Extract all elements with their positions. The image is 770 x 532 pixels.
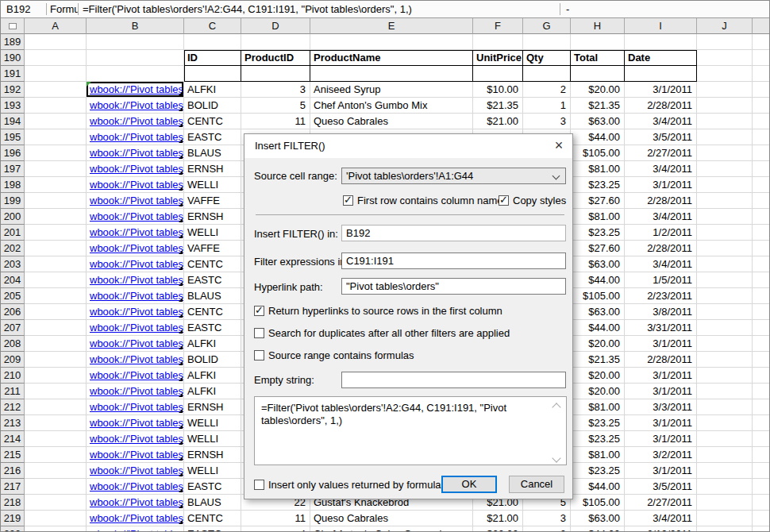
grid-cell-F193[interactable]: $21.35 (473, 98, 523, 114)
col-unitprice-header-cell[interactable]: UnitPrice (473, 50, 523, 66)
grid-cell-C211[interactable]: ALFKI (184, 384, 241, 399)
grid-cell-I197[interactable]: 3/4/2011 (625, 161, 697, 177)
grid-cell-H189[interactable] (571, 34, 625, 50)
grid-cell-H206[interactable]: $63.00 (571, 304, 625, 320)
grid-cell-I217[interactable]: 3/5/2011 (625, 479, 697, 495)
grid-cell-E193[interactable]: Chef Anton's Gumbo Mix (310, 98, 473, 114)
grid-cell-H209[interactable]: $21.35 (571, 352, 625, 368)
grid-cell-F189[interactable] (473, 34, 523, 50)
grid-cell-A220[interactable] (25, 526, 87, 532)
col-header-F[interactable]: F (473, 18, 523, 34)
grid-cell-C207[interactable]: EASTC (184, 320, 241, 336)
grid-cell-J192[interactable] (697, 82, 753, 98)
grid-cell-B207[interactable]: wbook://'Pivot tables' (87, 320, 184, 336)
grid-cell-H201[interactable]: $23.25 (571, 225, 625, 241)
row-header-198[interactable]: 198 (1, 177, 25, 193)
filter-expression-cell-E191[interactable] (310, 66, 473, 82)
grid-cell-J205[interactable] (697, 288, 753, 304)
grid-cell-C205[interactable]: BLAUS (184, 288, 241, 304)
grid-cell-C201[interactable]: WELLI (184, 225, 241, 241)
grid-cell-C216[interactable]: WELLI (184, 463, 241, 479)
grid-cell-H216[interactable]: $23.25 (571, 463, 625, 479)
source-row-hyperlink[interactable]: wbook://'Pivot tables' (90, 83, 184, 95)
return-hyperlinks-checkbox[interactable]: ✓ Return hyperlinks to source rows in th… (254, 305, 502, 317)
grid-cell-D194[interactable]: 11 (241, 114, 310, 129)
col-header-I[interactable]: I (625, 18, 697, 34)
grid-cell-B220[interactable]: wbook://'Pivot tables' (87, 526, 184, 532)
source-row-hyperlink[interactable]: wbook://'Pivot tables' (90, 258, 184, 270)
grid-cell-clipped-204[interactable] (753, 272, 770, 288)
source-row-hyperlink[interactable]: wbook://'Pivot tables' (90, 274, 184, 286)
grid-cell-C206[interactable]: CENTC (184, 304, 241, 320)
grid-cell-H207[interactable]: $44.00 (571, 320, 625, 336)
row-header-202[interactable]: 202 (1, 241, 25, 256)
grid-cell-A194[interactable] (25, 114, 87, 129)
grid-cell-C198[interactable]: WELLI (184, 177, 241, 193)
grid-cell-clipped-206[interactable] (753, 304, 770, 320)
grid-cell-B217[interactable]: wbook://'Pivot tables' (87, 479, 184, 495)
row-header-195[interactable]: 195 (1, 129, 25, 145)
grid-cell-F192[interactable]: $10.00 (473, 82, 523, 98)
source-row-hyperlink[interactable]: wbook://'Pivot tables' (90, 226, 184, 238)
grid-cell-I199[interactable]: 2/28/2011 (625, 193, 697, 209)
grid-cell-H214[interactable]: $23.25 (571, 431, 625, 447)
grid-cell-G193[interactable]: 1 (523, 98, 571, 114)
hyperlink-path-field[interactable]: "Pivot tables\orders" (341, 278, 566, 295)
source-row-hyperlink[interactable]: wbook://'Pivot tables' (90, 449, 184, 461)
grid-cell-H213[interactable]: $23.25 (571, 415, 625, 431)
grid-cell-clipped-197[interactable] (753, 161, 770, 177)
grid-cell-B218[interactable]: wbook://'Pivot tables' (87, 495, 184, 511)
grid-cell-clipped-195[interactable] (753, 129, 770, 145)
row-header-211[interactable]: 211 (1, 384, 25, 399)
col-header-G[interactable]: G (523, 18, 571, 34)
formula-input[interactable]: =Filter('Pivot tables\orders'!A2:G44, C1… (79, 1, 560, 17)
row-header-206[interactable]: 206 (1, 304, 25, 320)
grid-cell-C204[interactable]: EASTC (184, 272, 241, 288)
grid-cell-H218[interactable]: $105.00 (571, 495, 625, 511)
col-header-H[interactable]: H (571, 18, 625, 34)
grid-cell-A193[interactable] (25, 98, 87, 114)
grid-cell-H198[interactable]: $23.25 (571, 177, 625, 193)
row-header-205[interactable]: 205 (1, 288, 25, 304)
grid-cell-C202[interactable]: VAFFE (184, 241, 241, 256)
grid-cell-J212[interactable] (697, 399, 753, 415)
grid-cell-B189[interactable] (87, 34, 184, 50)
source-row-hyperlink[interactable]: wbook://'Pivot tables' (90, 131, 184, 143)
grid-cell-H196[interactable]: $105.00 (571, 145, 625, 161)
grid-cell-A218[interactable] (25, 495, 87, 511)
grid-cell-J202[interactable] (697, 241, 753, 256)
row-header-216[interactable]: 216 (1, 463, 25, 479)
source-row-hyperlink[interactable]: wbook://'Pivot tables' (90, 147, 184, 159)
grid-cell-A208[interactable] (25, 336, 87, 352)
grid-cell-G220[interactable]: 2 (523, 526, 571, 532)
source-row-hyperlink[interactable]: wbook://'Pivot tables' (90, 322, 184, 333)
source-row-hyperlink[interactable]: wbook://'Pivot tables' (90, 163, 184, 175)
grid-cell-I209[interactable]: 2/28/2011 (625, 352, 697, 368)
grid-cell-H210[interactable]: $20.00 (571, 368, 625, 384)
grid-cell-I214[interactable]: 3/1/2011 (625, 431, 697, 447)
grid-cell-I208[interactable]: 3/1/2011 (625, 336, 697, 352)
grid-cell-I206[interactable]: 3/8/2011 (625, 304, 697, 320)
source-range-combobox[interactable]: 'Pivot tables\orders'!A1:G44 (341, 168, 566, 184)
grid-cell-A195[interactable] (25, 129, 87, 145)
grid-cell-H195[interactable]: $44.00 (571, 129, 625, 145)
grid-cell-B198[interactable]: wbook://'Pivot tables' (87, 177, 184, 193)
grid-cell-J198[interactable] (697, 177, 753, 193)
grid-cell-C197[interactable]: ERNSH (184, 161, 241, 177)
grid-cell-I194[interactable]: 3/4/2011 (625, 114, 697, 129)
filter-expression-cell-G191[interactable] (523, 66, 571, 82)
grid-cell-J203[interactable] (697, 256, 753, 272)
row-header-210[interactable]: 210 (1, 368, 25, 384)
grid-cell-I216[interactable]: 3/1/2011 (625, 463, 697, 479)
row-header-197[interactable]: 197 (1, 161, 25, 177)
grid-cell-B200[interactable]: wbook://'Pivot tables' (87, 209, 184, 225)
grid-cell-I205[interactable]: 2/23/2011 (625, 288, 697, 304)
grid-cell-clipped-196[interactable] (753, 145, 770, 161)
row-header-193[interactable]: 193 (1, 98, 25, 114)
grid-cell-J215[interactable] (697, 447, 753, 463)
source-row-hyperlink[interactable]: wbook://'Pivot tables' (90, 496, 184, 508)
grid-cell-J200[interactable] (697, 209, 753, 225)
grid-cell-E219[interactable]: Queso Cabrales (310, 511, 473, 526)
grid-cell-clipped-199[interactable] (753, 193, 770, 209)
filter-expression-cell-H191[interactable] (571, 66, 625, 82)
